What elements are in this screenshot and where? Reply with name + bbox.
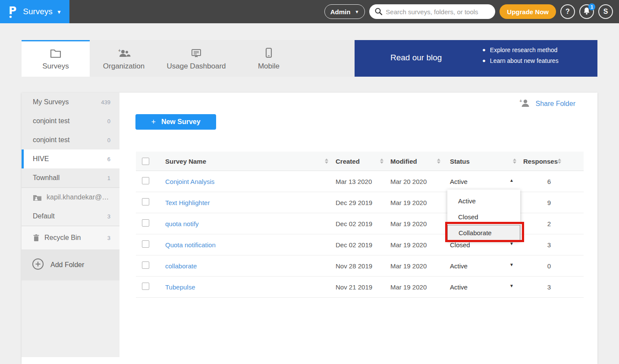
caret-down-icon[interactable]: ▼ [509, 283, 514, 288]
status-dropdown-value[interactable]: Active [450, 178, 468, 185]
folder-count: 6 [107, 156, 110, 162]
new-survey-button[interactable]: + New Survey [135, 114, 216, 130]
sidebar-item-conjoint-test-1[interactable]: conjoint test 0 [22, 112, 119, 131]
responses-value: 0 [541, 262, 557, 270]
mobile-icon [265, 47, 273, 59]
status-dropdown-value[interactable]: Active [450, 262, 468, 270]
bullet-icon: ● [482, 57, 486, 64]
row-checkbox[interactable] [142, 283, 149, 290]
responses-value: 2 [541, 220, 557, 227]
created-value: Dec 29 2019 [336, 199, 372, 206]
row-checkbox[interactable] [142, 198, 149, 205]
dashboard-icon [190, 47, 202, 59]
status-dropdown-value[interactable]: Active [450, 283, 468, 291]
blog-banner[interactable]: Read our blog ● Explore research method … [355, 40, 597, 77]
sort-icon[interactable] [380, 159, 383, 164]
shared-folder-icon [33, 194, 42, 201]
survey-name-link[interactable]: Text Highlighter [165, 199, 210, 206]
caret-down-icon[interactable]: ▼ [509, 262, 514, 267]
table-row: collaborate Nov 28 2019 Mar 19 2020 Acti… [136, 255, 584, 277]
sidebar-item-hive[interactable]: HIVE 6 [22, 149, 119, 168]
sidebar-item-default[interactable]: Default 3 [22, 207, 119, 226]
person-add-icon: + [519, 99, 530, 109]
table-row: Tubepulse Nov 21 2019 Mar 19 2020 Active… [136, 277, 584, 298]
responses-value: 3 [541, 283, 557, 291]
user-avatar[interactable]: S [598, 4, 613, 19]
sidebar-item-shared-account[interactable]: kapil.khandekar@que… [22, 188, 119, 207]
tab-mobile[interactable]: Mobile [235, 40, 303, 77]
sort-icon[interactable] [437, 159, 440, 164]
sidebar-item-conjoint-test-2[interactable]: conjoint test 0 [22, 131, 119, 149]
chevron-down-icon: ▼ [355, 9, 359, 14]
sidebar-item-my-surveys[interactable]: My Surveys 439 [22, 93, 119, 112]
modified-value: Mar 19 2020 [390, 262, 427, 270]
notification-badge: 1 [588, 3, 595, 10]
content-card: My Surveys 439 conjoint test 0 conjoint … [22, 93, 597, 364]
select-all-checkbox[interactable] [142, 158, 149, 165]
upgrade-now-button[interactable]: Upgrade Now [500, 4, 556, 19]
tab-organization[interactable]: + Organization [90, 40, 158, 77]
blog-banner-title: Read our blog [390, 53, 442, 62]
row-checkbox[interactable] [142, 219, 149, 227]
product-switcher[interactable]: P Surveys ▼ [0, 0, 69, 23]
caret-up-icon[interactable]: ▲ [509, 178, 514, 183]
col-status[interactable]: Status [450, 158, 470, 165]
help-button[interactable]: ? [560, 4, 575, 19]
add-folder-button[interactable]: Add Folder [22, 249, 119, 280]
sort-icon[interactable] [513, 159, 516, 164]
created-value: Dec 02 2019 [336, 220, 372, 227]
row-checkbox[interactable] [142, 177, 149, 184]
search-icon [374, 7, 383, 17]
folder-icon [50, 47, 62, 59]
modified-value: Mar 19 2020 [390, 220, 427, 227]
folder-count: 3 [107, 213, 110, 220]
folder-count: 1 [107, 175, 110, 181]
folder-count: 439 [101, 99, 110, 106]
share-folder-button[interactable]: + Share Folder [519, 99, 576, 109]
row-checkbox[interactable] [142, 240, 149, 248]
col-created[interactable]: Created [336, 158, 360, 165]
table-row: Conjoint Analysis Mar 13 2020 Mar 20 202… [136, 171, 584, 192]
sidebar-item-townhall[interactable]: Townhall 1 [22, 168, 119, 187]
chevron-down-icon: ▼ [57, 9, 62, 15]
col-responses[interactable]: Responses [523, 158, 558, 165]
help-label: ? [566, 8, 570, 16]
responses-value: 9 [541, 199, 557, 206]
tab-usage-dashboard[interactable]: Usage Dashboard [158, 40, 235, 77]
questionpro-logo-icon: P [8, 3, 19, 20]
tab-surveys[interactable]: Surveys [22, 40, 90, 77]
survey-name-link[interactable]: collaborate [165, 262, 197, 270]
sidebar-item-recycle-bin[interactable]: Recycle Bin 3 [22, 226, 119, 249]
survey-name-link[interactable]: quota notify [165, 220, 199, 227]
survey-name-link[interactable]: Conjoint Analysis [165, 178, 214, 185]
svg-text:+: + [519, 99, 522, 103]
global-search-input[interactable] [369, 4, 495, 19]
sort-icon[interactable] [325, 159, 328, 164]
status-option-collaborate[interactable]: Collaborate [447, 225, 520, 241]
avatar-initial: S [603, 8, 608, 16]
survey-name-link[interactable]: Quota notification [165, 241, 216, 249]
responses-value: 6 [541, 178, 557, 185]
notifications-button[interactable]: 1 [579, 4, 594, 19]
folder-sidebar: My Surveys 439 conjoint test 0 conjoint … [22, 93, 119, 364]
status-option-closed[interactable]: Closed [447, 209, 520, 225]
status-dropdown-value[interactable]: Closed [450, 241, 470, 249]
top-navbar: P Surveys ▼ Admin ▼ Upgrade Now ? [0, 0, 619, 23]
caret-down-icon[interactable]: ▼ [509, 241, 514, 246]
tab-usage-dashboard-label: Usage Dashboard [167, 62, 226, 71]
row-checkbox[interactable] [142, 261, 149, 269]
survey-name-link[interactable]: Tubepulse [165, 283, 195, 291]
modified-value: Mar 19 2020 [390, 241, 427, 249]
col-survey-name[interactable]: Survey Name [165, 158, 206, 165]
blog-banner-bullet: ● Learn about new features [482, 57, 559, 64]
blog-banner-bullet: ● Explore research method [482, 47, 559, 53]
sort-icon[interactable] [558, 159, 561, 164]
created-value: Nov 28 2019 [336, 262, 372, 270]
modified-value: Mar 20 2020 [390, 178, 427, 185]
admin-role-dropdown[interactable]: Admin ▼ [324, 4, 365, 19]
sidebar-filler [22, 280, 119, 357]
col-modified[interactable]: Modified [390, 158, 417, 165]
share-folder-label: Share Folder [536, 100, 576, 108]
product-name: Surveys [23, 7, 53, 16]
status-option-active[interactable]: Active [447, 193, 520, 209]
